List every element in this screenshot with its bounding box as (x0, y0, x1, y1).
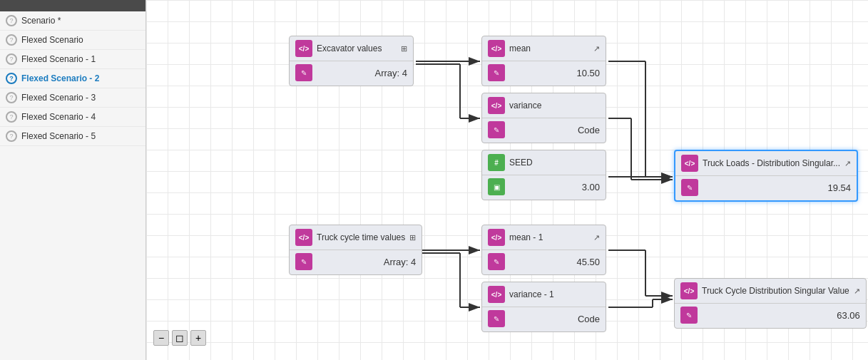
node-code-icon-variance: </> (488, 97, 505, 114)
sidebar-item-label: Flexed Scenario (21, 35, 83, 45)
node-body-variance: ✎ Code (482, 118, 606, 143)
node-code-icon-variance-1: </> (488, 286, 505, 303)
node-excavator-values[interactable]: </> Excavator values ⊞ ✎ Array: 4 (289, 36, 414, 86)
sidebar-header (0, 0, 145, 11)
node-title-truck-loads: Truck Loads - Distribution Singular... (703, 158, 840, 168)
node-body-icon-truck-cycle-values: ✎ (295, 253, 312, 270)
node-truck-cycle-values[interactable]: </> Truck cycle time values ⊞ ✎ Array: 4 (289, 225, 422, 275)
node-body-icon-truck-loads: ✎ (681, 179, 698, 196)
sidebar: ? Scenario * ? Flexed Scenario ? Flexed … (0, 0, 146, 360)
sidebar-items-list: ? Scenario * ? Flexed Scenario ? Flexed … (0, 11, 145, 146)
sidebar-item-label: Flexed Scenario - 2 (21, 73, 99, 83)
item-question-icon: ? (6, 53, 17, 65)
node-corner-icon-truck-loads: ↗ (844, 159, 851, 168)
node-code-icon-truck-cycle-values: </> (295, 229, 312, 246)
item-question-icon: ? (6, 92, 17, 103)
canvas-controls: − ◻ + (153, 330, 206, 346)
node-code-icon-truck-loads: </> (681, 155, 698, 172)
sidebar-item-scenario-star[interactable]: ? Scenario * (0, 11, 145, 31)
node-body-mean-1: ✎ 45.50 (482, 250, 606, 274)
node-code-icon-mean-1: </> (488, 229, 505, 246)
node-value-variance-1: Code (511, 314, 600, 324)
node-body-excavator-values: ✎ Array: 4 (290, 61, 413, 86)
node-mean[interactable]: </> mean ↗ ✎ 10.50 (481, 36, 606, 86)
node-body-seed: ▣ 3.00 (482, 175, 606, 200)
node-body-truck-cycle-values: ✎ Array: 4 (290, 250, 422, 274)
node-value-truck-cycle-dist: 63.06 (703, 310, 860, 321)
node-body-icon-mean: ✎ (488, 64, 505, 81)
node-body-mean: ✎ 10.50 (482, 61, 606, 86)
node-corner-icon-mean-1: ↗ (593, 233, 600, 242)
node-code-icon-truck-cycle-dist: </> (680, 282, 698, 299)
node-body-icon-variance: ✎ (488, 121, 505, 138)
sidebar-item-flexed-scenario-2[interactable]: ? Flexed Scenario - 2 (0, 69, 145, 88)
item-question-icon: ? (6, 15, 17, 26)
sidebar-item-flexed-scenario-1[interactable]: ? Flexed Scenario - 1 (0, 50, 145, 69)
node-corner-icon-excavator-values: ⊞ (401, 44, 407, 53)
node-body-icon-mean-1: ✎ (488, 253, 505, 270)
node-header-seed: # SEED (482, 150, 606, 175)
sidebar-item-label: Scenario * (21, 16, 61, 26)
node-title-truck-cycle-values: Truck cycle time values (317, 232, 405, 242)
node-body-truck-cycle-dist: ✎ 63.06 (675, 304, 866, 328)
node-title-mean: mean (509, 43, 589, 53)
node-corner-icon-truck-cycle-values: ⊞ (409, 233, 416, 242)
sidebar-item-flexed-scenario-4[interactable]: ? Flexed Scenario - 4 (0, 108, 145, 127)
node-code-icon-mean: </> (488, 40, 505, 57)
node-body-icon-excavator-values: ✎ (295, 64, 312, 81)
sidebar-item-flexed-scenario-5[interactable]: ? Flexed Scenario - 5 (0, 127, 145, 146)
node-value-variance: Code (511, 125, 600, 135)
fit-button[interactable]: ◻ (172, 330, 188, 346)
node-truck-loads[interactable]: </> Truck Loads - Distribution Singular.… (674, 150, 858, 202)
node-title-seed: SEED (509, 158, 600, 168)
node-body-truck-loads: ✎ 19.54 (675, 176, 857, 200)
node-title-truck-cycle-dist: Truck Cycle Distribution Singular Value (702, 286, 849, 296)
node-corner-icon-truck-cycle-dist: ↗ (854, 287, 860, 296)
node-title-variance-1: variance - 1 (509, 289, 600, 299)
node-title-mean-1: mean - 1 (509, 232, 589, 242)
zoom-out-button[interactable]: − (153, 330, 169, 346)
sidebar-item-flexed-scenario[interactable]: ? Flexed Scenario (0, 31, 145, 50)
node-value-mean-1: 45.50 (511, 257, 600, 267)
node-mean-1[interactable]: </> mean - 1 ↗ ✎ 45.50 (481, 225, 606, 275)
node-header-mean: </> mean ↗ (482, 36, 606, 61)
node-variance[interactable]: </> variance ✎ Code (481, 93, 606, 143)
sidebar-item-flexed-scenario-3[interactable]: ? Flexed Scenario - 3 (0, 88, 145, 108)
node-header-variance: </> variance (482, 93, 606, 118)
sidebar-item-label: Flexed Scenario - 5 (21, 131, 96, 141)
node-code-icon-excavator-values: </> (295, 40, 312, 57)
node-header-truck-cycle-dist: </> Truck Cycle Distribution Singular Va… (675, 279, 866, 304)
node-corner-icon-mean: ↗ (593, 44, 600, 53)
canvas-area: </> Excavator values ⊞ ✎ Array: 4 </> me… (146, 0, 868, 360)
node-code-icon-seed: # (488, 154, 505, 171)
node-value-excavator-values: Array: 4 (318, 68, 407, 78)
sidebar-item-label: Flexed Scenario - 3 (21, 93, 96, 103)
node-header-truck-loads: </> Truck Loads - Distribution Singular.… (675, 151, 857, 176)
node-header-truck-cycle-values: </> Truck cycle time values ⊞ (290, 225, 422, 250)
node-value-mean: 10.50 (511, 68, 600, 78)
node-value-truck-cycle-values: Array: 4 (318, 257, 416, 267)
node-title-excavator-values: Excavator values (317, 43, 397, 53)
node-body-icon-variance-1: ✎ (488, 310, 505, 327)
item-question-icon: ? (6, 130, 17, 142)
node-value-seed: 3.00 (511, 182, 600, 192)
node-body-variance-1: ✎ Code (482, 307, 606, 331)
node-body-icon-truck-cycle-dist: ✎ (680, 307, 698, 324)
sidebar-item-label: Flexed Scenario - 1 (21, 54, 96, 64)
node-seed[interactable]: # SEED ▣ 3.00 (481, 150, 606, 200)
item-question-icon: ? (6, 111, 17, 123)
node-value-truck-loads: 19.54 (704, 182, 851, 193)
node-header-mean-1: </> mean - 1 ↗ (482, 225, 606, 250)
sidebar-item-label: Flexed Scenario - 4 (21, 112, 96, 122)
node-body-icon-seed: ▣ (488, 178, 505, 195)
item-question-icon: ? (6, 34, 17, 46)
node-title-variance: variance (509, 101, 600, 110)
item-question-icon: ? (6, 73, 17, 84)
node-header-variance-1: </> variance - 1 (482, 282, 606, 307)
node-variance-1[interactable]: </> variance - 1 ✎ Code (481, 282, 606, 332)
node-truck-cycle-dist[interactable]: </> Truck Cycle Distribution Singular Va… (674, 278, 867, 329)
zoom-in-button[interactable]: + (190, 330, 206, 346)
node-header-excavator-values: </> Excavator values ⊞ (290, 36, 413, 61)
